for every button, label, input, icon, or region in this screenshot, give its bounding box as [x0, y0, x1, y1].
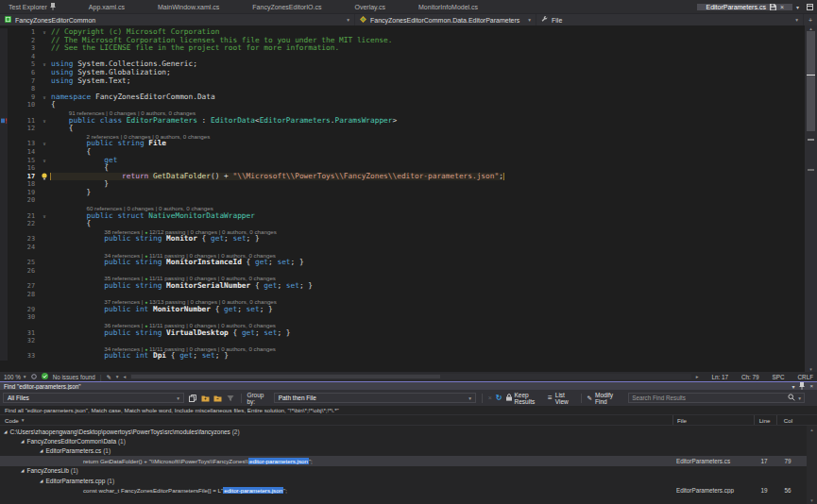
code-line[interactable]: 30 — [0, 313, 805, 322]
split-editor-button[interactable]: + — [804, 14, 817, 25]
editor-vertical-scrollbar[interactable]: ▴ ▾ — [805, 25, 817, 372]
scroll-down-icon[interactable]: ▾ — [805, 366, 817, 372]
tab-mainwindow-xaml-cs[interactable]: MainWindow.xaml.cs — [149, 0, 228, 13]
code-line[interactable]: 23 public string Monitor { get; set; } — [0, 235, 805, 244]
hscroll-right-icon[interactable]: ▸ — [696, 374, 699, 379]
hscrollbar-thumb[interactable] — [131, 375, 439, 378]
column-col[interactable]: Col — [776, 415, 799, 425]
code-line[interactable]: 21∨ public struct NativeMonitorDataWrapp… — [0, 212, 805, 221]
tab-test-explorer[interactable]: Test Explorer — [0, 0, 64, 13]
member-dropdown[interactable]: File ▾ — [536, 14, 804, 25]
fold-chevron-icon[interactable]: ∨ — [38, 212, 51, 221]
code-line[interactable]: 15∨ get — [0, 157, 805, 165]
refresh-icon[interactable]: ↻ — [496, 394, 502, 402]
group-by-dropdown[interactable]: Path then File ▾ — [274, 393, 476, 403]
fold-chevron-icon[interactable]: ∨ — [38, 60, 51, 69]
code-line[interactable]: 24 — [0, 244, 805, 252]
pin-icon[interactable] — [799, 382, 805, 390]
column-file[interactable]: File — [672, 415, 752, 425]
code-line[interactable]: 7using System.Text; — [0, 77, 805, 86]
code-line[interactable]: 4 — [0, 53, 805, 61]
code-line[interactable]: 33 public int Dpi { get; set; } — [0, 352, 805, 361]
find-result-row[interactable]: const wchar_t FancyZonesEditorParameters… — [0, 485, 817, 495]
code-line[interactable]: 11∨ public class EditorParameters : Edit… — [0, 117, 805, 126]
project-dropdown[interactable]: FancyZonesEditorCommon ▾ — [0, 14, 355, 25]
code-line[interactable]: 28 — [0, 291, 805, 299]
code-line[interactable]: 26 — [0, 267, 805, 276]
collapse-all-icon[interactable] — [213, 393, 222, 403]
code-editor[interactable]: 1∨// Copyright (c) Microsoft Corporation… — [0, 25, 817, 372]
codelens-line[interactable]: 60 references | 0 changes | 0 authors, 0… — [0, 205, 805, 212]
expand-all-icon[interactable] — [200, 393, 209, 403]
codelens-line[interactable]: 34 references | ● 11/11 passing | 0 chan… — [0, 345, 805, 353]
fold-chevron-icon[interactable]: ∨ — [38, 28, 51, 37]
column-code[interactable]: Code ▾ — [0, 417, 25, 424]
tree-expand-icon[interactable]: ◢ — [40, 479, 43, 483]
close-icon[interactable]: × — [809, 383, 813, 389]
find-tree-row[interactable]: ◢EditorParameters.cs (1) — [0, 446, 817, 456]
keep-results-button[interactable]: Keep Results — [506, 392, 545, 405]
code-line[interactable]: 20 — [0, 196, 805, 205]
scroll-down-icon[interactable]: ▾ — [807, 497, 817, 503]
tab-fancyzoneseditorio-cs[interactable]: FancyZonesEditorIO.cs — [244, 0, 330, 13]
scope-dropdown[interactable]: All Files ▾ — [3, 393, 184, 403]
code-line[interactable]: 18 } — [0, 180, 805, 189]
code-line[interactable]: 8 — [0, 85, 805, 93]
code-line[interactable]: 25 public string MonitorInstanceId { get… — [0, 259, 805, 267]
codelens-line[interactable]: 91 references | 0 changes | 0 authors, 0… — [0, 109, 805, 117]
codelens-line[interactable]: 2 references | 0 changes | 0 authors, 0 … — [0, 133, 805, 141]
chevron-down-icon[interactable]: ▾ — [116, 374, 119, 379]
save-icon[interactable] — [770, 4, 776, 10]
zoom-control[interactable]: 100 % ▾ — [4, 374, 26, 380]
fold-chevron-icon[interactable]: ∨ — [38, 157, 51, 165]
filter-icon[interactable] — [226, 393, 234, 403]
scroll-up-icon[interactable]: ▴ — [807, 427, 817, 432]
code-line[interactable]: 2// The Microsoft Corporation licenses t… — [0, 37, 805, 45]
horizontal-scrollbar[interactable] — [130, 374, 691, 379]
code-line[interactable]: 9∨namespace FancyZonesEditorCommon.Data — [0, 93, 805, 102]
search-find-results-box[interactable]: ▾ — [628, 393, 805, 403]
code-line[interactable]: 32 — [0, 337, 805, 345]
find-tree-row[interactable]: ◢EditorParameters.cpp (1) — [0, 476, 817, 485]
code-line[interactable]: 17 return GetDataFolder() + "\\Microsoft… — [0, 173, 805, 181]
tab-editorparameters[interactable]: EditorParameters.cs × — [697, 4, 792, 10]
codelens-line[interactable]: 35 references | ● 11/11 passing | 0 chan… — [0, 275, 805, 282]
code-line[interactable]: 27 public string MonitorSerialNumber { g… — [0, 282, 805, 291]
tab-list-chevron-icon[interactable]: ▾ — [792, 4, 803, 10]
codelens-line[interactable]: 37 references | ● 13/13 passing | 0 chan… — [0, 298, 805, 306]
code-line[interactable]: 10{ — [0, 101, 805, 109]
fold-chevron-icon[interactable]: ∨ — [38, 117, 51, 126]
code-cleanup-icon[interactable]: ✎ — [106, 374, 111, 380]
code-line[interactable]: 19 } — [0, 189, 805, 197]
hscroll-left-icon[interactable]: ◂ — [123, 374, 126, 379]
modify-find-button[interactable]: ✎ Modify Find — [587, 392, 621, 405]
close-icon[interactable]: × — [780, 4, 784, 10]
codelens-line[interactable]: 34 references | ● 11/11 passing | 0 chan… — [0, 252, 805, 260]
search-input[interactable] — [632, 395, 785, 401]
window-position-chevron-icon[interactable]: ▾ — [791, 383, 794, 390]
code-line[interactable]: 1∨// Copyright (c) Microsoft Corporation — [0, 28, 805, 37]
lightbulb-icon[interactable] — [38, 173, 51, 181]
tab-overlay-cs[interactable]: Overlay.cs — [346, 0, 394, 13]
codelens-line[interactable]: 36 references | ● 11/11 passing | 0 chan… — [0, 322, 805, 329]
column-line[interactable]: Line — [754, 415, 774, 425]
pin-icon[interactable] — [50, 3, 56, 10]
find-tree-row[interactable]: ◢C:\Users\zhaopengwang\Desktop\powertoys… — [0, 427, 817, 436]
tree-expand-icon[interactable]: ◢ — [4, 429, 7, 434]
code-line[interactable]: 6using System.Globalization; — [0, 69, 805, 77]
find-tree-row[interactable]: ◢FancyZonesLib (1) — [0, 466, 817, 476]
tab-app-xaml-cs[interactable]: App.xaml.cs — [80, 0, 133, 13]
code-line[interactable]: 5∨using System.Collections.Generic; — [0, 60, 805, 69]
codelens-line[interactable]: 38 references | ● 12/12 passing | 0 chan… — [0, 228, 805, 236]
type-dropdown[interactable]: FancyZonesEditorCommon.Data.EditorParame… — [355, 14, 536, 25]
results-vertical-scrollbar[interactable]: ▴ ▾ — [807, 426, 817, 504]
copy-icon[interactable] — [188, 393, 196, 403]
chevron-down-icon[interactable]: ▾ — [798, 395, 801, 401]
tree-expand-icon[interactable]: ◢ — [21, 468, 24, 473]
find-tree-row[interactable]: ◢FancyZonesEditorCommon\Data (1) — [0, 436, 817, 445]
code-line[interactable]: 22 { — [0, 220, 805, 228]
window-layout-icon[interactable] — [803, 4, 817, 10]
tree-expand-icon[interactable]: ◢ — [40, 448, 43, 453]
find-panel-titlebar[interactable]: Find "editor-parameters.json" ▾ × — [0, 381, 817, 390]
code-line[interactable]: 14 { — [0, 148, 805, 157]
